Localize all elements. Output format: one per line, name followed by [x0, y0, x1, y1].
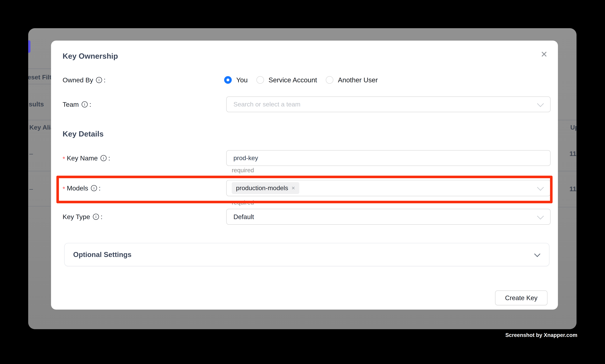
- table-divider: [28, 171, 51, 171]
- table-divider: [558, 207, 577, 207]
- chevron-down-icon: [534, 251, 541, 257]
- info-icon: i: [91, 185, 97, 191]
- key-name-validation-message: required: [232, 167, 254, 174]
- key-type-select[interactable]: Default: [226, 209, 551, 225]
- updated-column-header-fragment: Up: [570, 124, 577, 131]
- chevron-down-icon: [537, 184, 544, 191]
- selected-model-tag: production-models ×: [232, 182, 299, 194]
- radio-option-another-user[interactable]: Another User: [326, 76, 378, 84]
- info-icon: i: [93, 214, 99, 220]
- info-icon: i: [101, 155, 107, 161]
- table-cell-date-fragment: 11/: [569, 150, 577, 157]
- team-select[interactable]: [226, 96, 551, 112]
- table-cell-dash: –: [29, 150, 33, 157]
- models-select[interactable]: production-models ×: [226, 180, 551, 196]
- info-icon: i: [82, 101, 88, 107]
- team-label: Team i :: [63, 99, 91, 109]
- team-search-input[interactable]: [227, 101, 550, 108]
- tag-remove-icon[interactable]: ×: [292, 185, 295, 191]
- owned-by-radio-group: You Service Account Another User: [224, 75, 386, 85]
- table-divider: [558, 120, 577, 120]
- optional-settings-header[interactable]: Optional Settings: [64, 243, 550, 266]
- models-validation-message: required: [232, 199, 254, 206]
- watermark-text: Screenshot by Xnapper.com: [505, 332, 577, 338]
- required-asterisk: *: [63, 155, 65, 163]
- required-asterisk: *: [63, 185, 65, 193]
- key-type-value: Default: [227, 213, 254, 221]
- key-name-field: [226, 150, 551, 166]
- key-ownership-title: Key Ownership: [63, 52, 118, 60]
- key-name-input[interactable]: [227, 154, 550, 162]
- results-count-fragment: sults: [29, 100, 44, 108]
- table-divider: [28, 84, 51, 84]
- create-key-button[interactable]: Create Key: [495, 290, 547, 305]
- create-key-modal: ✕ Key Ownership Owned By i : You Service…: [51, 41, 558, 310]
- owned-by-label: Owned By i :: [63, 75, 106, 85]
- table-divider: [28, 68, 51, 69]
- table-cell-dash: –: [29, 185, 33, 193]
- radio-option-you[interactable]: You: [224, 76, 248, 84]
- radio-option-service-account[interactable]: Service Account: [257, 76, 317, 84]
- radio-unselected-icon: [326, 76, 333, 84]
- key-name-label: * Key Name i :: [63, 153, 110, 163]
- models-label: * Models i :: [63, 183, 101, 193]
- radio-selected-icon: [224, 76, 232, 84]
- screenshot-canvas: eset Filt sults Key Alia – – Up 11/ 11/ …: [0, 0, 605, 364]
- key-details-title: Key Details: [63, 130, 103, 138]
- table-divider: [28, 120, 51, 120]
- chevron-down-icon: [537, 213, 544, 219]
- table-cell-date-fragment: 11/: [569, 185, 577, 193]
- key-alias-column-header-fragment: Key Alia: [29, 124, 54, 131]
- radio-unselected-icon: [257, 76, 264, 84]
- optional-settings-label: Optional Settings: [73, 250, 131, 259]
- close-icon[interactable]: ✕: [537, 48, 551, 61]
- table-divider: [28, 206, 51, 207]
- reset-filters-button-fragment: eset Filt: [28, 74, 51, 81]
- key-type-label: Key Type i :: [63, 212, 103, 222]
- table-divider: [558, 171, 577, 171]
- info-icon: i: [96, 77, 102, 83]
- clipped-primary-button-fragment: [28, 40, 30, 53]
